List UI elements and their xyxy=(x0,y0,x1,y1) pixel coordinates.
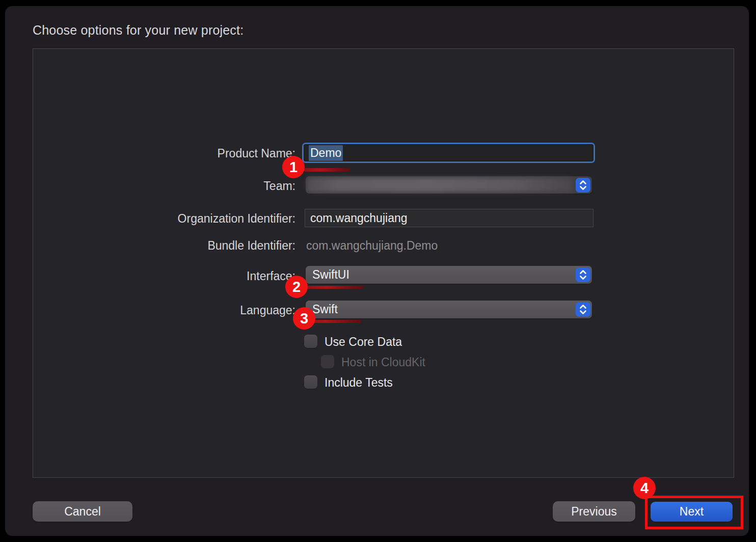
options-panel xyxy=(33,48,734,478)
annotation-step-3-badge: 3 xyxy=(293,307,315,330)
include-tests-checkbox[interactable] xyxy=(304,375,317,389)
use-core-data-checkbox[interactable] xyxy=(304,335,317,348)
annotation-step-2-badge: 2 xyxy=(285,276,308,298)
bundle-identifier-value: com.wangchujiang.Demo xyxy=(306,239,438,253)
language-popup-button[interactable]: Swift xyxy=(306,301,592,318)
host-in-cloudkit-label: Host in CloudKit xyxy=(341,356,425,369)
team-label: Team: xyxy=(56,179,295,193)
screen: Choose options for your new project: Pro… xyxy=(0,0,756,542)
interface-label: Interface: xyxy=(56,269,295,283)
annotation-underline-1 xyxy=(304,168,350,172)
team-popup-button[interactable] xyxy=(306,176,592,194)
annotation-step-4-badge: 4 xyxy=(633,477,656,499)
cancel-button[interactable]: Cancel xyxy=(33,501,132,522)
dialog-title: Choose options for your new project: xyxy=(33,23,244,38)
new-project-options-dialog: Choose options for your new project: Pro… xyxy=(5,6,749,536)
product-name-label: Product Name: xyxy=(56,147,295,160)
bundle-identifier-label: Bundle Identifier: xyxy=(56,239,295,253)
host-in-cloudkit-checkbox xyxy=(321,355,334,368)
annotation-underline-2 xyxy=(307,286,363,289)
product-name-input-inner[interactable]: Demo xyxy=(304,144,593,161)
organization-identifier-label: Organization Identifier: xyxy=(56,212,295,226)
interface-popup-button[interactable]: SwiftUI xyxy=(306,266,592,284)
include-tests-label: Include Tests xyxy=(325,376,393,390)
use-core-data-label: Use Core Data xyxy=(325,335,402,349)
interface-stepper-icon[interactable] xyxy=(576,267,590,282)
team-redacted-value xyxy=(307,178,573,192)
team-stepper-icon[interactable] xyxy=(576,178,590,193)
previous-button[interactable]: Previous xyxy=(553,501,635,522)
language-label: Language: xyxy=(56,304,295,317)
annotation-highlight-rect-next xyxy=(645,496,743,529)
up-down-chevrons-icon xyxy=(579,269,587,280)
annotation-step-1-badge: 1 xyxy=(282,156,305,178)
up-down-chevrons-icon xyxy=(579,304,587,315)
product-name-selected-text: Demo xyxy=(309,145,343,161)
organization-identifier-value: com.wangchujiang xyxy=(310,211,408,225)
interface-selected-value: SwiftUI xyxy=(306,268,349,282)
up-down-chevrons-icon xyxy=(579,180,587,191)
language-stepper-icon[interactable] xyxy=(576,302,590,317)
organization-identifier-input[interactable]: com.wangchujiang xyxy=(305,209,593,227)
product-name-input[interactable]: Demo xyxy=(302,143,595,163)
